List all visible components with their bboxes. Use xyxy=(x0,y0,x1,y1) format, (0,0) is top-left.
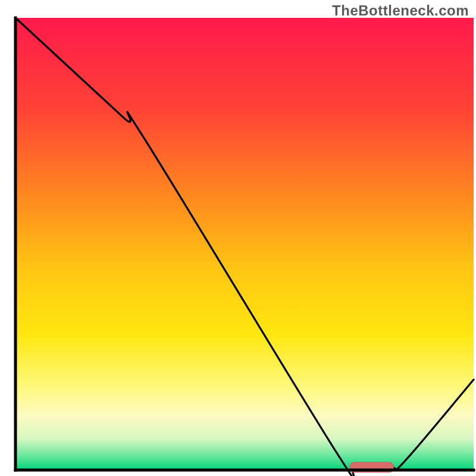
watermark-text: TheBottleneck.com xyxy=(332,2,469,19)
bottleneck-chart: TheBottleneck.com xyxy=(0,0,476,476)
chart-svg xyxy=(0,0,476,476)
plot-background xyxy=(15,18,474,470)
